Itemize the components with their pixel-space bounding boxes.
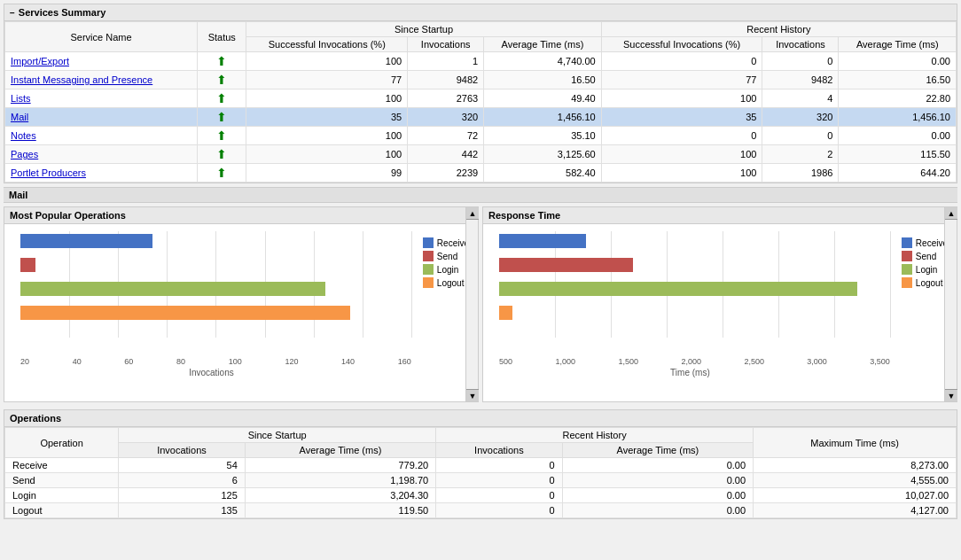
service-name-cell[interactable]: Lists xyxy=(5,89,198,108)
bar-fill xyxy=(499,306,512,320)
table-row[interactable]: Lists ⬆ 100 2763 49.40 100 4 22.80 xyxy=(5,89,957,108)
service-rh-inv: 4 xyxy=(762,89,839,108)
service-rh-avg: 1,456.10 xyxy=(839,108,957,127)
mail-section-title: Mail xyxy=(9,190,27,200)
x-label: 3,000 xyxy=(807,357,827,366)
table-row[interactable]: Instant Messaging and Presence ⬆ 77 9482… xyxy=(5,71,957,89)
service-name-cell[interactable]: Import/Export xyxy=(5,52,198,71)
service-rh-inv: 0 xyxy=(762,52,839,71)
popular-x-title: Invocations xyxy=(12,368,411,377)
legend-label: Receive xyxy=(916,238,948,248)
table-row[interactable]: Import/Export ⬆ 100 1 4,740.00 0 0 0.00 xyxy=(5,52,957,71)
response-scroll-up[interactable]: ▲ xyxy=(945,207,957,220)
op-ss-avg: 119.50 xyxy=(245,503,435,518)
op-rh-inv: 0 xyxy=(436,473,563,488)
most-popular-panel: Most Popular Operations 2040608010012014… xyxy=(4,206,479,402)
service-ss-avg: 49.40 xyxy=(484,89,601,108)
op-rh-inv: 0 xyxy=(436,503,563,518)
col-recent-history: Recent History xyxy=(601,22,956,37)
response-scroll-down[interactable]: ▼ xyxy=(945,389,957,401)
bar-row xyxy=(20,255,411,275)
service-ss-pct: 100 xyxy=(246,127,408,145)
service-ss-inv: 320 xyxy=(408,108,484,127)
service-ss-avg: 16.50 xyxy=(484,71,601,89)
collapse-icon[interactable]: − xyxy=(10,8,15,18)
op-ss-inv: 135 xyxy=(119,503,246,518)
service-name-cell[interactable]: Portlet Producers xyxy=(5,164,198,183)
x-label: 500 xyxy=(499,357,512,366)
service-rh-avg: 16.50 xyxy=(839,71,957,89)
legend-item: Send xyxy=(902,251,948,261)
service-status-cell: ⬆ xyxy=(198,145,246,164)
service-status-cell: ⬆ xyxy=(198,89,246,108)
response-time-chart-area: 5001,0001,5002,0002,5003,0003,500 Time (… xyxy=(483,224,897,401)
op-name: Login xyxy=(5,488,119,503)
ops-col-operation: Operation xyxy=(5,428,119,458)
services-summary-title: Services Summary xyxy=(19,7,105,18)
op-rh-avg: 0.00 xyxy=(562,488,753,503)
service-name-cell[interactable]: Pages xyxy=(5,145,198,164)
table-row[interactable]: Portlet Producers ⬆ 99 2239 582.40 100 1… xyxy=(5,164,957,183)
bar-row xyxy=(499,255,890,275)
service-rh-pct: 100 xyxy=(601,89,762,108)
service-rh-inv: 1986 xyxy=(762,164,839,183)
service-name-cell[interactable]: Notes xyxy=(5,127,198,145)
service-name-cell[interactable]: Mail xyxy=(5,108,198,127)
table-row: Logout 135 119.50 0 0.00 4,127.00 xyxy=(5,503,957,518)
op-name: Logout xyxy=(5,503,119,518)
service-ss-avg: 4,740.00 xyxy=(484,52,601,71)
ops-col-since-startup: Since Startup xyxy=(119,428,436,443)
service-ss-inv: 1 xyxy=(408,52,484,71)
op-rh-avg: 0.00 xyxy=(562,458,753,473)
col-rh-avg: Average Time (ms) xyxy=(839,37,957,52)
main-container: − Services Summary Service Name Status S… xyxy=(0,0,961,560)
popular-scroll-up[interactable]: ▲ xyxy=(466,207,479,220)
col-ss-inv: Invocations xyxy=(408,37,484,52)
operations-panel: Operations Operation Since Startup Recen… xyxy=(4,409,957,519)
bar-row xyxy=(20,231,411,251)
popular-scrollbar: ▲ ▼ xyxy=(465,207,478,401)
charts-container: Most Popular Operations 2040608010012014… xyxy=(4,206,957,402)
service-status-cell: ⬆ xyxy=(198,127,246,145)
x-label: 80 xyxy=(176,357,185,366)
x-label: 40 xyxy=(73,357,82,366)
ops-col-ss-avg: Average Time (ms) xyxy=(245,443,435,458)
service-status-cell: ⬆ xyxy=(198,108,246,127)
service-rh-pct: 100 xyxy=(601,164,762,183)
services-table: Service Name Status Since Startup Recent… xyxy=(4,21,957,183)
op-ss-inv: 125 xyxy=(119,488,246,503)
bar-row xyxy=(20,279,411,299)
service-name-cell[interactable]: Instant Messaging and Presence xyxy=(5,71,198,89)
service-rh-pct: 35 xyxy=(601,108,762,127)
x-label: 100 xyxy=(229,357,242,366)
col-service-name: Service Name xyxy=(5,22,198,52)
legend-color xyxy=(902,251,912,261)
popular-scroll-down[interactable]: ▼ xyxy=(466,389,479,401)
ops-col-max-time: Maximum Time (ms) xyxy=(754,428,957,458)
bar-fill xyxy=(499,282,857,296)
legend-label: Logout xyxy=(437,278,465,288)
ops-col-rh-avg: Average Time (ms) xyxy=(562,443,753,458)
x-label: 1,500 xyxy=(618,357,638,366)
bar-row xyxy=(499,279,890,299)
op-rh-inv: 0 xyxy=(436,458,563,473)
table-row[interactable]: Pages ⬆ 100 442 3,125.60 100 2 115.50 xyxy=(5,145,957,164)
legend-color xyxy=(423,277,434,288)
op-name: Receive xyxy=(5,458,119,473)
service-rh-avg: 644.20 xyxy=(839,164,957,183)
table-row[interactable]: Mail ⬆ 35 320 1,456.10 35 320 1,456.10 xyxy=(5,108,957,127)
legend-color xyxy=(902,277,912,288)
bar-row xyxy=(499,303,890,323)
services-summary-header: − Services Summary xyxy=(4,4,957,21)
x-label: 140 xyxy=(341,357,355,366)
service-ss-avg: 3,125.60 xyxy=(484,145,601,164)
table-row[interactable]: Notes ⬆ 100 72 35.10 0 0 0.00 xyxy=(5,127,957,145)
service-rh-pct: 0 xyxy=(601,52,762,71)
x-label: 20 xyxy=(20,357,29,366)
services-summary-panel: − Services Summary Service Name Status S… xyxy=(4,4,957,183)
legend-label: Login xyxy=(916,265,937,275)
op-max-time: 4,127.00 xyxy=(754,503,957,518)
service-rh-avg: 115.50 xyxy=(839,145,957,164)
bar-fill xyxy=(499,258,633,272)
op-ss-avg: 779.20 xyxy=(245,458,435,473)
